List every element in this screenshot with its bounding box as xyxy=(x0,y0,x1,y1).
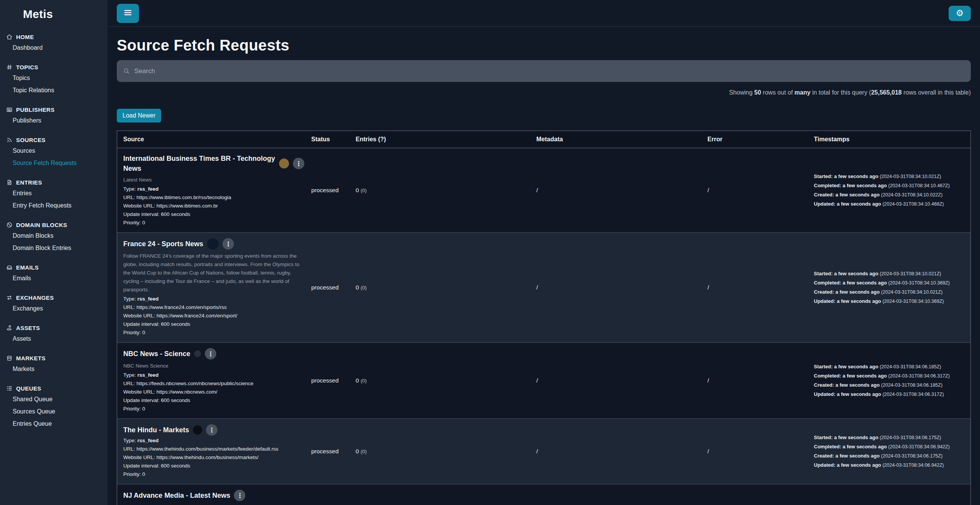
sidebar-item-sources[interactable]: Sources xyxy=(0,145,108,157)
source-description: Follow FRANCE 24’s coverage of the major… xyxy=(123,252,301,294)
source-update-interval: Update interval: 600 seconds xyxy=(123,210,304,219)
sidebar-item-domain-blocks[interactable]: Domain Blocks xyxy=(0,230,108,242)
sidebar-section-header: SOURCES xyxy=(0,137,108,143)
main-area: ⚙ Source Fetch Requests Showing 50 rows … xyxy=(108,0,980,505)
sidebar-item-domain-block-entries[interactable]: Domain Block Entries xyxy=(0,242,108,254)
source-website-url: Website URL: https://www.nbcnews.com/ xyxy=(123,388,304,396)
gear-icon: ⚙ xyxy=(956,9,964,18)
metadata-cell: / xyxy=(536,284,707,291)
row-menu-button[interactable]: ⋮ xyxy=(205,348,216,360)
timestamp-started: Started: a few seconds ago (2024-03-31T0… xyxy=(814,433,967,442)
status-cell: processed xyxy=(311,448,356,455)
sidebar-nav: HOMEDashboardTOPICSTopicsTopic Relations… xyxy=(0,34,108,430)
sidebar-item-emails[interactable]: Emails xyxy=(0,272,108,284)
table-row: NJ Advance Media - Latest News⋮nj.com Ne… xyxy=(117,484,970,505)
source-cell: NBC News - Science⋮NBC News ScienceType:… xyxy=(117,343,311,418)
source-description: Latest News xyxy=(123,176,301,184)
sidebar-section-queues: QUEUESShared QueueSources QueueEntries Q… xyxy=(0,385,108,430)
source-favicon xyxy=(194,350,201,357)
table-row: The Hindu - Markets⋮Type: rss_feedURL: h… xyxy=(117,419,970,484)
sidebar-item-dashboard[interactable]: Dashboard xyxy=(0,42,108,54)
sidebar-item-entries-queue[interactable]: Entries Queue xyxy=(0,418,108,430)
sidebar-item-topics[interactable]: Topics xyxy=(0,72,108,84)
ban-icon xyxy=(6,222,13,228)
status-cell: processed xyxy=(311,187,356,194)
source-description: nj.com News Feed xyxy=(123,503,301,505)
sidebar-section-header: MARKETS xyxy=(0,355,108,361)
sidebar: Metis HOMEDashboardTOPICSTopicsTopic Rel… xyxy=(0,0,108,505)
column-header-status: Status xyxy=(311,131,356,148)
sidebar-item-markets[interactable]: Markets xyxy=(0,363,108,375)
timestamp-started: Started: a few seconds ago (2024-03-31T0… xyxy=(814,269,967,278)
entries-cell: 0 (0) xyxy=(356,448,536,455)
sidebar-section-header: PUBLISHERS xyxy=(0,106,108,113)
row-menu-button[interactable]: ⋮ xyxy=(293,158,304,169)
timestamp-updated: Updated: a few seconds ago (2024-03-31T0… xyxy=(814,199,967,209)
sidebar-section-label: MARKETS xyxy=(16,355,46,361)
table-row: International Business Times BR - Techno… xyxy=(117,148,970,233)
timestamp-created: Created: a few seconds ago (2024-03-31T0… xyxy=(814,451,967,461)
error-cell: / xyxy=(707,187,814,194)
source-type: Type: rss_feed xyxy=(123,185,304,193)
row-menu-button[interactable]: ⋮ xyxy=(234,490,245,501)
source-title: NJ Advance Media - Latest News xyxy=(123,490,230,500)
sidebar-item-topic-relations[interactable]: Topic Relations xyxy=(0,84,108,96)
timestamp-created: Created: a few seconds ago (2024-03-31T0… xyxy=(814,381,967,390)
source-cell: NJ Advance Media - Latest News⋮nj.com Ne… xyxy=(117,484,311,505)
error-cell: / xyxy=(707,377,814,384)
sidebar-item-entry-fetch-requests[interactable]: Entry Fetch Requests xyxy=(0,199,108,212)
sidebar-section-header: TOPICS xyxy=(0,64,108,70)
document-icon xyxy=(6,179,13,186)
sidebar-section-assets: ASSETSAssets xyxy=(0,325,108,345)
entries-cell: 0 (0) xyxy=(356,284,536,291)
summary-text: in total for this query ( xyxy=(810,89,871,96)
sidebar-section-markets: MARKETSMarkets xyxy=(0,355,108,375)
sidebar-item-assets[interactable]: Assets xyxy=(0,333,108,345)
sidebar-section-sources: SOURCESSourcesSource Fetch Requests xyxy=(0,137,108,169)
source-title: NBC News - Science xyxy=(123,349,190,359)
sidebar-section-home: HOMEDashboard xyxy=(0,34,108,54)
source-url: URL: https://www.ibtimes.com.br/rss/tecn… xyxy=(123,193,304,202)
search-input[interactable] xyxy=(134,67,965,75)
source-website-url: Website URL: https://www.thehindu.com/bu… xyxy=(123,453,304,462)
sidebar-section-label: HOME xyxy=(16,34,34,40)
source-favicon xyxy=(193,425,202,435)
timestamp-completed: Completed: a few seconds ago (2024-03-31… xyxy=(814,442,967,451)
source-cell: France 24 - Sports News⋮Follow FRANCE 24… xyxy=(117,233,311,342)
sidebar-item-shared-queue[interactable]: Shared Queue xyxy=(0,393,108,405)
source-url: URL: https://feeds.nbcnews.com/nbcnews/p… xyxy=(123,379,304,388)
sidebar-item-entries[interactable]: Entries xyxy=(0,187,108,199)
entries-cell: 0 (0) xyxy=(356,187,536,194)
column-header-source: Source xyxy=(117,131,311,148)
row-menu-button[interactable]: ⋮ xyxy=(206,424,217,436)
dots-vertical-icon: ⋮ xyxy=(225,240,231,248)
source-url: URL: https://www.france24.com/en/sports/… xyxy=(123,303,304,312)
source-priority: Priority: 0 xyxy=(123,219,304,227)
source-priority: Priority: 0 xyxy=(123,328,304,337)
globe-icon xyxy=(6,8,19,21)
settings-button[interactable]: ⚙ xyxy=(949,6,971,21)
row-menu-button[interactable]: ⋮ xyxy=(222,238,234,250)
timestamp-created: Created: a few seconds ago (2024-03-31T0… xyxy=(814,190,967,199)
sidebar-item-sources-queue[interactable]: Sources Queue xyxy=(0,405,108,418)
store-icon xyxy=(6,355,13,361)
sidebar-section-header: ASSETS xyxy=(0,325,108,331)
timestamps-cell: Started: a few seconds ago (2024-03-31T0… xyxy=(814,362,970,399)
timestamp-updated: Updated: a few seconds ago (2024-03-31T0… xyxy=(814,461,967,470)
error-cell: / xyxy=(707,284,814,291)
sidebar-item-source-fetch-requests[interactable]: Source Fetch Requests xyxy=(0,157,108,169)
sidebar-section-header: ENTRIES xyxy=(0,179,108,186)
row-summary: Showing 50 rows out of many in total for… xyxy=(117,89,971,96)
timestamp-completed: Completed: a few seconds ago (2024-03-31… xyxy=(814,371,967,381)
sidebar-section-label: ENTRIES xyxy=(16,179,42,186)
dots-vertical-icon: ⋮ xyxy=(237,492,243,499)
dots-vertical-icon: ⋮ xyxy=(209,427,215,434)
load-newer-button[interactable]: Load Newer xyxy=(117,109,161,123)
menu-button[interactable] xyxy=(117,4,139,23)
error-cell: / xyxy=(707,448,814,455)
sidebar-section-emails: EMAILSEmails xyxy=(0,264,108,284)
sidebar-section-header: DOMAIN BLOCKS xyxy=(0,222,108,228)
sidebar-item-publishers[interactable]: Publishers xyxy=(0,114,108,127)
summary-value: 25,565,018 xyxy=(871,89,902,96)
sidebar-item-exchanges[interactable]: Exchanges xyxy=(0,302,108,315)
